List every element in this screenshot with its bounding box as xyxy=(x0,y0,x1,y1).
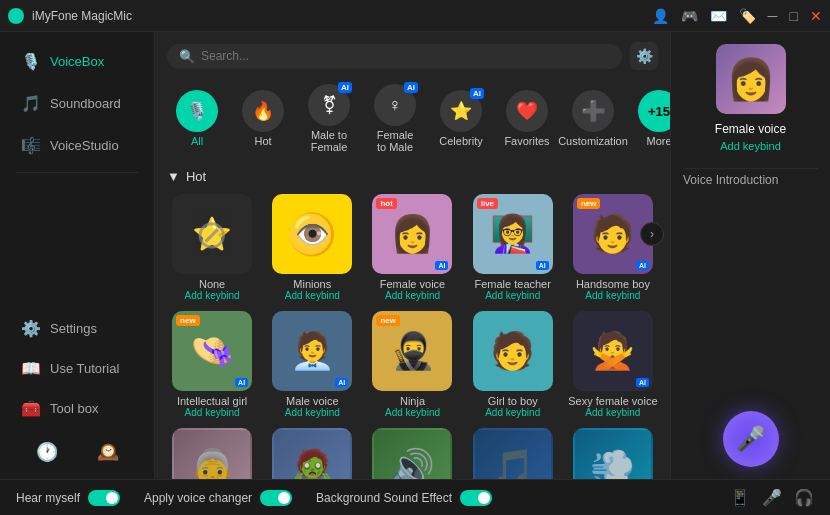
microphone-bottom-icon[interactable]: 🎤 xyxy=(762,488,782,507)
ai-badge-male: AI xyxy=(335,378,348,387)
voice-keybind-intel[interactable]: Add keybind xyxy=(185,407,240,418)
content-area: ▼ Hot ⭐⊘ None Add keybind xyxy=(155,161,670,479)
app-title: iMyFone MagicMic xyxy=(32,9,132,23)
toggle-bg-sound: Background Sound Effect xyxy=(316,490,492,506)
category-custom-icon: ➕ xyxy=(572,90,614,132)
center-panel: 🔍 ⚙️ 🎙️ All 🔥 xyxy=(155,32,670,479)
voice-card-ninja[interactable]: new 🥷 Ninja Add keybind xyxy=(367,311,457,418)
voice-intro-label: Voice Introduction xyxy=(683,173,778,187)
voice-grid-row2: new 👒 AI Intellectual girl Add keybind 🧑… xyxy=(167,311,658,418)
sidebar-label-toolbox: Tool box xyxy=(50,401,98,416)
voice-card-female[interactable]: hot 👩 AI Female voice Add keybind xyxy=(367,194,457,301)
voice-thumb-intel: new 👒 AI xyxy=(172,311,252,391)
history-icon[interactable]: 🕰️ xyxy=(97,441,119,463)
category-m2f-icon: ⚧ AI xyxy=(308,84,350,126)
sidebar-item-soundboard[interactable]: 🎵 Soundboard xyxy=(6,84,148,122)
timer-icon[interactable]: 🕐 xyxy=(36,441,58,463)
sidebar: 🎙️ VoiceBox 🎵 Soundboard 🎼 VoiceStudio ⚙… xyxy=(0,32,155,479)
category-favorites[interactable]: ❤️ Favorites xyxy=(497,86,557,151)
voice-card-sexy[interactable]: 🙅 AI Sexy female voice Add keybind xyxy=(568,311,658,418)
category-more-icon: +15 xyxy=(638,90,670,132)
controller-icon[interactable]: 🎮 xyxy=(681,8,698,24)
featured-name: Female voice xyxy=(715,122,786,136)
voice-card-intel-girl[interactable]: new 👒 AI Intellectual girl Add keybind xyxy=(167,311,257,418)
category-favorites-icon: ❤️ xyxy=(506,90,548,132)
voice-card-oldwoman[interactable]: 👵 xyxy=(167,428,257,479)
voice-keybind-sexy[interactable]: Add keybind xyxy=(585,407,640,418)
voice-thumb-speaker: 🔊 xyxy=(372,428,452,479)
voice-card-teacher[interactable]: live 👩‍🏫 AI Female teacher Add keybind xyxy=(468,194,558,301)
settings-top-btn[interactable]: ⚙️ xyxy=(630,42,658,70)
voice-changer-toggle[interactable] xyxy=(260,490,292,506)
category-custom-label: Customization xyxy=(558,135,628,147)
category-f2m[interactable]: ♀ AI Female to Male xyxy=(365,80,425,157)
category-m2f[interactable]: ⚧ AI Male to Female xyxy=(299,80,359,157)
sidebar-item-voicebox[interactable]: 🎙️ VoiceBox xyxy=(6,42,148,80)
hear-myself-toggle[interactable] xyxy=(88,490,120,506)
voice-card-g2b[interactable]: 🧑 Girl to boy Add keybind xyxy=(468,311,558,418)
category-bar: 🎙️ All 🔥 Hot ⚧ AI Male to Female xyxy=(155,76,670,161)
category-f2m-icon: ♀ AI xyxy=(374,84,416,126)
phone-icon[interactable]: 📱 xyxy=(730,488,750,507)
scroll-right-arrow[interactable]: › xyxy=(640,222,664,246)
live-badge: live xyxy=(477,198,498,209)
voice-keybind-none[interactable]: Add keybind xyxy=(185,290,240,301)
ai-badge-intel: AI xyxy=(235,378,248,387)
voice-card-handsome[interactable]: new 🧑 AI Handsome boy Add keybind xyxy=(568,194,658,301)
voice-card-zombie[interactable]: 🧟 xyxy=(267,428,357,479)
featured-keybind[interactable]: Add keybind xyxy=(720,140,781,152)
sidebar-item-tutorial[interactable]: 📖 Use Tutorial xyxy=(6,349,148,387)
voicestudio-icon: 🎼 xyxy=(22,136,40,154)
voice-thumb-zombie: 🧟 xyxy=(272,428,352,479)
voice-thumb-none: ⭐⊘ xyxy=(172,194,252,274)
voice-thumb-teacher: live 👩‍🏫 AI xyxy=(473,194,553,274)
voice-keybind-female[interactable]: Add keybind xyxy=(385,290,440,301)
voice-label-g2b: Girl to boy xyxy=(488,395,538,407)
voice-thumb-minions: 🟡 👁️ xyxy=(272,194,352,274)
category-custom[interactable]: ➕ Customization xyxy=(563,86,623,151)
mail-icon[interactable]: ✉️ xyxy=(710,8,727,24)
voice-card-none[interactable]: ⭐⊘ None Add keybind xyxy=(167,194,257,301)
minimize-btn[interactable]: ─ xyxy=(768,8,778,24)
toggle-hear-myself: Hear myself xyxy=(16,490,120,506)
voice-label-teacher: Female teacher xyxy=(474,278,550,290)
voice-thumb-male: 🧑‍💼 AI xyxy=(272,311,352,391)
sidebar-item-voicestudio[interactable]: 🎼 VoiceStudio xyxy=(6,126,148,164)
profile-icon[interactable]: 👤 xyxy=(652,8,669,24)
voice-card-speaker[interactable]: 🔊 xyxy=(367,428,457,479)
category-favorites-label: Favorites xyxy=(504,135,549,147)
app-container: iMyFone MagicMic 👤 🎮 ✉️ 🏷️ ─ □ ✕ 🎙️ Voic… xyxy=(0,0,830,515)
toggle-voice-changer: Apply voice changer xyxy=(144,490,292,506)
bg-sound-toggle[interactable] xyxy=(460,490,492,506)
soundboard-icon: 🎵 xyxy=(22,94,40,112)
voicebox-icon: 🎙️ xyxy=(22,52,40,70)
badge-icon[interactable]: 🏷️ xyxy=(739,8,756,24)
voice-keybind-handsome[interactable]: Add keybind xyxy=(585,290,640,301)
sidebar-item-toolbox[interactable]: 🧰 Tool box xyxy=(6,389,148,427)
sidebar-item-settings[interactable]: ⚙️ Settings xyxy=(6,309,148,347)
voice-keybind-male[interactable]: Add keybind xyxy=(285,407,340,418)
category-celebrity[interactable]: ⭐ AI Celebrity xyxy=(431,86,491,151)
category-more[interactable]: +15 More xyxy=(629,86,670,151)
voice-thumb-fan: 💨 xyxy=(573,428,653,479)
voice-card-minions[interactable]: 🟡 👁️ Minions Add keybind xyxy=(267,194,357,301)
new-badge-ninja: new xyxy=(376,315,400,326)
title-bar-left: iMyFone MagicMic xyxy=(8,8,132,24)
voice-keybind-teacher[interactable]: Add keybind xyxy=(485,290,540,301)
headset-icon[interactable]: 🎧 xyxy=(794,488,814,507)
voice-card-male[interactable]: 🧑‍💼 AI Male voice Add keybind xyxy=(267,311,357,418)
close-btn[interactable]: ✕ xyxy=(810,8,822,24)
category-all[interactable]: 🎙️ All xyxy=(167,86,227,151)
voice-keybind-ninja[interactable]: Add keybind xyxy=(385,407,440,418)
voice-keybind-g2b[interactable]: Add keybind xyxy=(485,407,540,418)
category-f2m-label: Female to Male xyxy=(371,129,419,153)
collapse-icon[interactable]: ▼ xyxy=(167,169,180,184)
mic-button[interactable]: 🎤 xyxy=(723,411,779,467)
voice-keybind-minions[interactable]: Add keybind xyxy=(285,290,340,301)
search-input[interactable] xyxy=(201,49,610,63)
category-hot[interactable]: 🔥 Hot xyxy=(233,86,293,151)
search-input-wrap[interactable]: 🔍 xyxy=(167,44,622,69)
maximize-btn[interactable]: □ xyxy=(790,8,798,24)
voice-card-fan[interactable]: 💨 xyxy=(568,428,658,479)
voice-card-music[interactable]: 🎵 xyxy=(468,428,558,479)
